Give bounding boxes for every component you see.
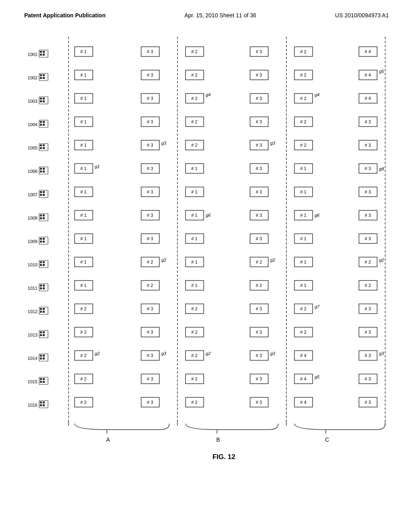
svg-rect-234 [40, 74, 42, 76]
svg-text:g2: g2 [270, 258, 275, 262]
svg-rect-318 [40, 401, 42, 403]
svg-text:# 2: # 2 [191, 73, 197, 77]
svg-text:# 1: # 1 [300, 236, 306, 241]
svg-text:# 3: # 3 [365, 330, 371, 335]
svg-text:# 2: # 2 [80, 306, 86, 311]
svg-text:# 3: # 3 [147, 400, 153, 405]
svg-text:1006: 1006 [28, 169, 38, 174]
svg-rect-237 [43, 77, 45, 79]
svg-text:# 1: # 1 [80, 166, 86, 171]
svg-text:# 2: # 2 [191, 330, 197, 335]
svg-text:# 4: # 4 [300, 376, 306, 381]
svg-text:# 3: # 3 [147, 376, 153, 381]
svg-rect-254 [40, 147, 42, 149]
svg-rect-308 [40, 357, 42, 360]
svg-rect-276 [40, 238, 42, 240]
svg-rect-260 [40, 170, 42, 172]
svg-text:g2: g2 [379, 258, 384, 262]
svg-rect-252 [40, 144, 42, 146]
svg-text:1015: 1015 [28, 379, 38, 384]
svg-text:g8: g8 [379, 166, 384, 171]
svg-text:# 1: # 1 [80, 143, 86, 148]
svg-rect-229 [43, 51, 45, 53]
svg-text:# 3: # 3 [147, 119, 153, 124]
svg-text:g2: g2 [206, 351, 211, 356]
svg-text:# 3: # 3 [256, 330, 262, 335]
svg-text:# 2: # 2 [300, 73, 306, 77]
svg-text:# 3: # 3 [147, 96, 153, 101]
svg-rect-272 [40, 217, 42, 219]
svg-text:# 1: # 1 [191, 213, 197, 218]
svg-text:# 3: # 3 [256, 119, 262, 124]
svg-rect-240 [40, 98, 42, 100]
svg-rect-273 [43, 217, 45, 219]
svg-rect-267 [43, 194, 45, 196]
svg-rect-259 [43, 168, 45, 170]
svg-text:g2: g2 [161, 258, 166, 262]
svg-text:1004: 1004 [28, 122, 38, 127]
svg-text:A: A [106, 436, 110, 443]
svg-rect-290 [40, 287, 42, 289]
svg-text:# 3: # 3 [256, 166, 262, 171]
svg-text:# 3: # 3 [147, 73, 153, 77]
svg-text:# 2: # 2 [365, 260, 371, 264]
svg-text:# 3: # 3 [365, 213, 371, 218]
svg-rect-228 [40, 51, 42, 53]
svg-text:1001: 1001 [28, 52, 38, 57]
svg-rect-291 [43, 287, 45, 289]
svg-text:# 3: # 3 [147, 213, 153, 218]
svg-rect-307 [43, 355, 45, 357]
svg-text:# 1: # 1 [80, 96, 86, 101]
svg-text:# 2: # 2 [365, 283, 371, 288]
svg-text:g3: g3 [270, 141, 275, 145]
svg-text:# 3: # 3 [147, 353, 153, 358]
svg-text:# 2: # 2 [256, 283, 262, 288]
svg-text:# 2: # 2 [80, 330, 86, 335]
svg-text:g3: g3 [379, 351, 384, 356]
svg-text:# 1: # 1 [300, 260, 306, 264]
svg-text:# 2: # 2 [191, 306, 197, 311]
svg-text:# 2: # 2 [300, 143, 306, 148]
svg-rect-312 [40, 378, 42, 380]
svg-text:# 3: # 3 [256, 96, 262, 101]
svg-text:g5: g5 [379, 69, 384, 74]
svg-text:# 2: # 2 [191, 49, 197, 54]
svg-text:# 3: # 3 [256, 143, 262, 148]
svg-text:C: C [325, 436, 329, 443]
svg-text:# 3: # 3 [256, 189, 262, 194]
svg-text:# 4: # 4 [365, 73, 371, 77]
svg-text:# 4: # 4 [365, 96, 371, 101]
svg-text:g1: g1 [95, 164, 100, 169]
svg-text:g4: g4 [206, 92, 211, 97]
svg-text:# 3: # 3 [256, 306, 262, 311]
svg-rect-302 [40, 334, 42, 336]
svg-text:# 1: # 1 [80, 73, 86, 77]
svg-text:1007: 1007 [28, 192, 38, 197]
svg-text:# 1: # 1 [191, 189, 197, 194]
svg-rect-313 [43, 378, 45, 380]
svg-rect-315 [43, 381, 45, 383]
svg-rect-253 [43, 144, 45, 146]
svg-text:# 2: # 2 [191, 143, 197, 148]
svg-text:# 1: # 1 [300, 189, 306, 194]
svg-text:g4: g4 [315, 92, 319, 97]
svg-rect-231 [43, 54, 45, 56]
svg-text:# 3: # 3 [256, 236, 262, 241]
svg-text:1002: 1002 [28, 75, 38, 80]
svg-rect-235 [43, 74, 45, 76]
svg-text:# 3: # 3 [256, 376, 262, 381]
svg-text:# 1: # 1 [80, 283, 86, 288]
svg-text:# 2: # 2 [80, 400, 86, 405]
svg-text:# 1: # 1 [191, 166, 197, 171]
svg-text:g2: g2 [95, 351, 100, 356]
svg-text:# 1: # 1 [80, 213, 86, 218]
svg-rect-270 [40, 214, 42, 216]
svg-text:1010: 1010 [28, 262, 38, 267]
svg-rect-230 [40, 54, 42, 56]
svg-text:# 3: # 3 [365, 353, 371, 358]
publication-title: Patent Application Publication [24, 12, 106, 19]
svg-text:# 3: # 3 [256, 353, 262, 358]
svg-text:# 2: # 2 [191, 353, 197, 358]
svg-text:# 3: # 3 [365, 236, 371, 241]
figure-area: # 1 # 3 # 2 # 3 # 2 # 4 # 1 # 3 # 2 # 3 [0, 31, 413, 506]
